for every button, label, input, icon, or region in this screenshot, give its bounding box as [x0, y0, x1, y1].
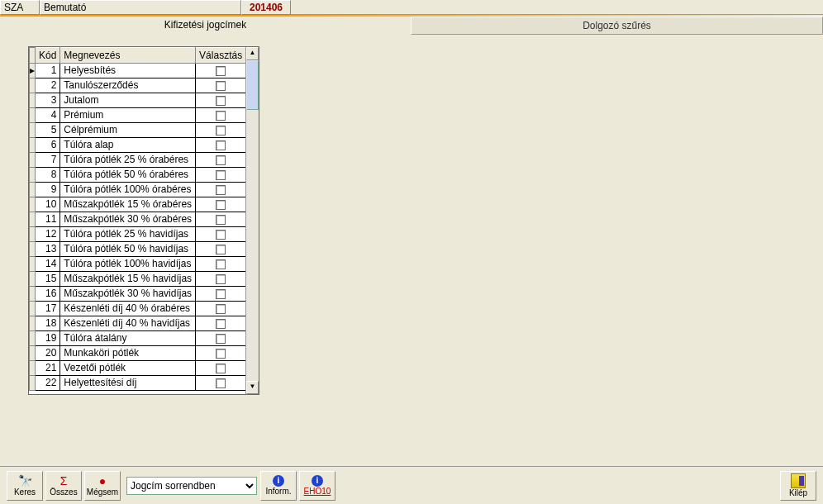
cell-valasztas[interactable]: [196, 227, 245, 242]
table-row[interactable]: 6Túlóra alap: [30, 138, 246, 153]
table-row[interactable]: 13Túlóra pótlék 50 % havidíjas: [30, 242, 246, 257]
table-row[interactable]: 15Műszakpótlék 15 % havidíjas: [30, 272, 246, 287]
checkbox[interactable]: [216, 304, 226, 314]
table-row[interactable]: 11Műszakpótlék 30 % órabéres: [30, 212, 246, 227]
cell-valasztas[interactable]: [196, 302, 245, 316]
eho10-button[interactable]: i EHO10: [299, 471, 335, 501]
sort-order-select[interactable]: Jogcím sorrendben: [126, 477, 257, 495]
checkbox[interactable]: [216, 81, 226, 91]
table-row[interactable]: 17Készenléti díj 40 % órabéres: [30, 302, 246, 316]
tab-employee-filter[interactable]: Dolgozó szűrés: [411, 17, 823, 35]
scroll-thumb[interactable]: [246, 60, 259, 110]
cell-valasztas[interactable]: [196, 64, 245, 78]
cell-valasztas[interactable]: [196, 93, 245, 108]
col-header-kod[interactable]: Kód: [36, 48, 60, 64]
col-header-marker: [30, 48, 36, 64]
cell-megnevezes: Túlóra alap: [60, 138, 196, 153]
checkbox[interactable]: [216, 155, 226, 165]
row-marker: [30, 138, 36, 153]
table-row[interactable]: 8Túlóra pótlék 50 % órabéres: [30, 168, 246, 183]
checkbox[interactable]: [216, 378, 226, 388]
table-row[interactable]: 20Munkaköri pótlék: [30, 346, 246, 361]
table-row[interactable]: 12Túlóra pótlék 25 % havidíjas: [30, 227, 246, 242]
row-marker: [30, 361, 36, 376]
table-row[interactable]: 2Tanulószerződés: [30, 78, 246, 93]
checkbox[interactable]: [216, 334, 226, 344]
checkbox[interactable]: [216, 274, 226, 284]
sum-all-button[interactable]: Σ Összes: [45, 471, 82, 501]
table-row[interactable]: 9Túlóra pótlék 100% órabéres: [30, 183, 246, 197]
cell-valasztas[interactable]: [196, 153, 245, 168]
inform-label: Inform.: [265, 487, 291, 496]
table-row[interactable]: 4Prémium: [30, 108, 246, 123]
checkbox[interactable]: [216, 140, 226, 150]
grid-container: Kód Megnevezés Választás ▸1Helyesbítés2T…: [28, 46, 259, 395]
col-header-valasztas[interactable]: Választás: [196, 48, 245, 64]
table-row[interactable]: 5Célprémium: [30, 123, 246, 138]
table-row[interactable]: 22Helyettesítési díj: [30, 376, 246, 391]
cell-valasztas[interactable]: [196, 138, 245, 153]
table-row[interactable]: 10Műszakpótlék 15 % órabéres: [30, 197, 246, 212]
table-row[interactable]: 21Vezetői pótlék: [30, 361, 246, 376]
checkbox[interactable]: [216, 170, 226, 180]
search-button[interactable]: 🔭 Keres: [7, 471, 43, 501]
vertical-scrollbar[interactable]: ▲ ▼: [245, 47, 259, 394]
inform-button[interactable]: i Inform.: [260, 471, 297, 501]
tab-payment-titles[interactable]: Kifizetési jogcímek: [0, 17, 411, 35]
row-marker: [30, 153, 36, 168]
cancel-button[interactable]: ● Mégsem: [84, 471, 121, 501]
exit-button[interactable]: Kilép: [780, 471, 816, 501]
cell-valasztas[interactable]: [196, 316, 245, 331]
cell-valasztas[interactable]: [196, 212, 245, 227]
header-period: 201406: [241, 0, 291, 15]
cell-megnevezes: Készenléti díj 40 % havidíjas: [60, 316, 196, 331]
checkbox[interactable]: [216, 185, 226, 195]
cell-kod: 20: [36, 346, 60, 361]
cell-kod: 11: [36, 212, 60, 227]
cell-valasztas[interactable]: [196, 108, 245, 123]
checkbox[interactable]: [216, 96, 226, 106]
cell-valasztas[interactable]: [196, 346, 245, 361]
checkbox[interactable]: [216, 111, 226, 121]
cell-valasztas[interactable]: [196, 123, 245, 138]
scroll-down-button[interactable]: ▼: [246, 381, 259, 394]
cell-valasztas[interactable]: [196, 168, 245, 183]
cell-valasztas[interactable]: [196, 78, 245, 93]
cell-valasztas[interactable]: [196, 361, 245, 376]
cell-kod: 21: [36, 361, 60, 376]
bottom-toolbar: 🔭 Keres Σ Összes ● Mégsem Jogcím sorrend…: [0, 466, 823, 504]
data-grid[interactable]: Kód Megnevezés Választás ▸1Helyesbítés2T…: [29, 47, 245, 391]
table-row[interactable]: 18Készenléti díj 40 % havidíjas: [30, 316, 246, 331]
cell-valasztas[interactable]: [196, 287, 245, 302]
table-row[interactable]: ▸1Helyesbítés: [30, 64, 246, 78]
table-row[interactable]: 16Műszakpótlék 30 % havidíjas: [30, 287, 246, 302]
checkbox[interactable]: [216, 245, 226, 254]
cell-valasztas[interactable]: [196, 183, 245, 197]
checkbox[interactable]: [216, 289, 226, 299]
checkbox[interactable]: [216, 126, 226, 136]
cell-valasztas[interactable]: [196, 257, 245, 272]
cell-valasztas[interactable]: [196, 272, 245, 287]
table-row[interactable]: 7Túlóra pótlék 25 % órabéres: [30, 153, 246, 168]
checkbox[interactable]: [216, 215, 226, 225]
table-row[interactable]: 19Túlóra átalány: [30, 331, 246, 346]
cell-valasztas[interactable]: [196, 331, 245, 346]
row-marker: [30, 287, 36, 302]
cell-valasztas[interactable]: [196, 197, 245, 212]
checkbox[interactable]: [216, 364, 226, 373]
scroll-track[interactable]: [246, 60, 259, 381]
checkbox[interactable]: [216, 319, 226, 329]
scroll-up-button[interactable]: ▲: [246, 47, 259, 60]
cell-megnevezes: Célprémium: [60, 123, 196, 138]
checkbox[interactable]: [216, 259, 226, 269]
cell-valasztas[interactable]: [196, 242, 245, 257]
checkbox[interactable]: [216, 349, 226, 359]
cell-valasztas[interactable]: [196, 376, 245, 391]
row-marker: [30, 376, 36, 391]
col-header-megnevezes[interactable]: Megnevezés: [60, 48, 196, 64]
table-row[interactable]: 3Jutalom: [30, 93, 246, 108]
checkbox[interactable]: [216, 66, 226, 76]
checkbox[interactable]: [216, 200, 226, 210]
checkbox[interactable]: [216, 230, 226, 240]
table-row[interactable]: 14Túlóra pótlék 100% havidíjas: [30, 257, 246, 272]
